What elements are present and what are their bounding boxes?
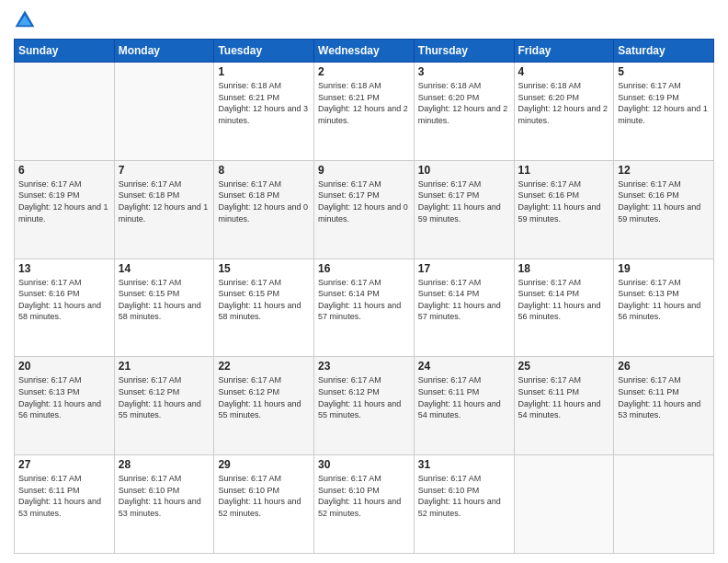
day-number: 11 — [518, 164, 610, 177]
day-info: Sunrise: 6:17 AM Sunset: 6:17 PM Dayligh… — [418, 178, 510, 224]
calendar-cell: 8Sunrise: 6:17 AM Sunset: 6:18 PM Daylig… — [214, 160, 314, 259]
calendar-cell: 29Sunrise: 6:17 AM Sunset: 6:10 PM Dayli… — [214, 455, 314, 554]
day-number: 25 — [518, 360, 610, 373]
calendar-cell: 20Sunrise: 6:17 AM Sunset: 6:13 PM Dayli… — [15, 357, 115, 455]
calendar-cell: 16Sunrise: 6:17 AM Sunset: 6:14 PM Dayli… — [314, 259, 415, 357]
day-info: Sunrise: 6:17 AM Sunset: 6:14 PM Dayligh… — [318, 277, 410, 323]
calendar-cell: 5Sunrise: 6:17 AM Sunset: 6:19 PM Daylig… — [614, 63, 714, 161]
day-info: Sunrise: 6:17 AM Sunset: 6:10 PM Dayligh… — [318, 473, 410, 519]
day-info: Sunrise: 6:17 AM Sunset: 6:19 PM Dayligh… — [18, 178, 110, 224]
day-number: 2 — [318, 65, 410, 78]
weekday-header-friday: Friday — [514, 40, 614, 63]
day-info: Sunrise: 6:17 AM Sunset: 6:15 PM Dayligh… — [218, 277, 310, 323]
day-number: 12 — [618, 164, 710, 177]
week-row-3: 13Sunrise: 6:17 AM Sunset: 6:16 PM Dayli… — [15, 259, 714, 357]
calendar-cell: 10Sunrise: 6:17 AM Sunset: 6:17 PM Dayli… — [414, 160, 514, 259]
calendar-cell: 17Sunrise: 6:17 AM Sunset: 6:14 PM Dayli… — [414, 259, 514, 357]
calendar-cell: 18Sunrise: 6:17 AM Sunset: 6:14 PM Dayli… — [514, 259, 614, 357]
week-row-2: 6Sunrise: 6:17 AM Sunset: 6:19 PM Daylig… — [15, 160, 714, 259]
day-info: Sunrise: 6:17 AM Sunset: 6:10 PM Dayligh… — [418, 473, 510, 519]
logo-icon — [14, 9, 36, 31]
day-info: Sunrise: 6:17 AM Sunset: 6:16 PM Dayligh… — [618, 178, 710, 224]
day-info: Sunrise: 6:17 AM Sunset: 6:10 PM Dayligh… — [218, 473, 310, 519]
calendar-cell: 21Sunrise: 6:17 AM Sunset: 6:12 PM Dayli… — [114, 357, 214, 455]
calendar-cell: 12Sunrise: 6:17 AM Sunset: 6:16 PM Dayli… — [614, 160, 714, 259]
week-row-4: 20Sunrise: 6:17 AM Sunset: 6:13 PM Dayli… — [15, 357, 714, 455]
day-number: 20 — [18, 360, 110, 373]
day-number: 1 — [218, 65, 310, 78]
day-info: Sunrise: 6:17 AM Sunset: 6:14 PM Dayligh… — [418, 277, 510, 323]
day-number: 19 — [618, 262, 710, 275]
weekday-header-wednesday: Wednesday — [314, 40, 415, 63]
weekday-header-saturday: Saturday — [614, 40, 714, 63]
page: SundayMondayTuesdayWednesdayThursdayFrid… — [0, 0, 728, 563]
calendar-cell — [614, 455, 714, 554]
week-row-5: 27Sunrise: 6:17 AM Sunset: 6:11 PM Dayli… — [15, 455, 714, 554]
calendar-cell: 24Sunrise: 6:17 AM Sunset: 6:11 PM Dayli… — [414, 357, 514, 455]
weekday-header-thursday: Thursday — [414, 40, 514, 63]
calendar-cell: 13Sunrise: 6:17 AM Sunset: 6:16 PM Dayli… — [15, 259, 115, 357]
day-number: 28 — [119, 458, 210, 471]
day-info: Sunrise: 6:17 AM Sunset: 6:10 PM Dayligh… — [119, 473, 210, 519]
calendar-cell: 30Sunrise: 6:17 AM Sunset: 6:10 PM Dayli… — [314, 455, 415, 554]
day-number: 17 — [418, 262, 510, 275]
calendar-cell: 31Sunrise: 6:17 AM Sunset: 6:10 PM Dayli… — [414, 455, 514, 554]
day-info: Sunrise: 6:17 AM Sunset: 6:11 PM Dayligh… — [518, 374, 610, 420]
day-info: Sunrise: 6:17 AM Sunset: 6:11 PM Dayligh… — [418, 374, 510, 420]
day-info: Sunrise: 6:17 AM Sunset: 6:11 PM Dayligh… — [18, 473, 110, 519]
calendar-cell: 23Sunrise: 6:17 AM Sunset: 6:12 PM Dayli… — [314, 357, 415, 455]
day-info: Sunrise: 6:17 AM Sunset: 6:16 PM Dayligh… — [18, 277, 110, 323]
day-number: 7 — [119, 164, 210, 177]
day-number: 6 — [18, 164, 110, 177]
calendar-cell: 4Sunrise: 6:18 AM Sunset: 6:20 PM Daylig… — [514, 63, 614, 161]
calendar-cell: 28Sunrise: 6:17 AM Sunset: 6:10 PM Dayli… — [114, 455, 214, 554]
day-number: 18 — [518, 262, 610, 275]
day-number: 23 — [318, 360, 410, 373]
calendar-cell: 15Sunrise: 6:17 AM Sunset: 6:15 PM Dayli… — [214, 259, 314, 357]
day-info: Sunrise: 6:18 AM Sunset: 6:21 PM Dayligh… — [218, 80, 310, 126]
calendar-cell: 25Sunrise: 6:17 AM Sunset: 6:11 PM Dayli… — [514, 357, 614, 455]
day-number: 16 — [318, 262, 410, 275]
day-info: Sunrise: 6:17 AM Sunset: 6:16 PM Dayligh… — [518, 178, 610, 224]
day-number: 22 — [218, 360, 310, 373]
day-info: Sunrise: 6:18 AM Sunset: 6:20 PM Dayligh… — [518, 80, 610, 126]
weekday-header-row: SundayMondayTuesdayWednesdayThursdayFrid… — [15, 40, 714, 63]
day-info: Sunrise: 6:17 AM Sunset: 6:17 PM Dayligh… — [318, 178, 410, 224]
weekday-header-tuesday: Tuesday — [214, 40, 314, 63]
day-info: Sunrise: 6:17 AM Sunset: 6:11 PM Dayligh… — [618, 374, 710, 420]
day-number: 8 — [218, 164, 310, 177]
calendar-cell — [15, 63, 115, 161]
calendar-cell: 27Sunrise: 6:17 AM Sunset: 6:11 PM Dayli… — [15, 455, 115, 554]
day-number: 15 — [218, 262, 310, 275]
day-number: 13 — [18, 262, 110, 275]
calendar-cell: 7Sunrise: 6:17 AM Sunset: 6:18 PM Daylig… — [114, 160, 214, 259]
calendar-cell: 9Sunrise: 6:17 AM Sunset: 6:17 PM Daylig… — [314, 160, 415, 259]
day-info: Sunrise: 6:18 AM Sunset: 6:21 PM Dayligh… — [318, 80, 410, 126]
week-row-1: 1Sunrise: 6:18 AM Sunset: 6:21 PM Daylig… — [15, 63, 714, 161]
day-number: 30 — [318, 458, 410, 471]
day-info: Sunrise: 6:17 AM Sunset: 6:12 PM Dayligh… — [218, 374, 310, 420]
day-number: 14 — [119, 262, 210, 275]
day-info: Sunrise: 6:18 AM Sunset: 6:20 PM Dayligh… — [418, 80, 510, 126]
calendar-cell: 19Sunrise: 6:17 AM Sunset: 6:13 PM Dayli… — [614, 259, 714, 357]
day-info: Sunrise: 6:17 AM Sunset: 6:19 PM Dayligh… — [618, 80, 710, 126]
day-info: Sunrise: 6:17 AM Sunset: 6:14 PM Dayligh… — [518, 277, 610, 323]
calendar-cell — [114, 63, 214, 161]
day-info: Sunrise: 6:17 AM Sunset: 6:18 PM Dayligh… — [119, 178, 210, 224]
day-number: 5 — [618, 65, 710, 78]
day-number: 26 — [618, 360, 710, 373]
calendar-cell: 6Sunrise: 6:17 AM Sunset: 6:19 PM Daylig… — [15, 160, 115, 259]
day-info: Sunrise: 6:17 AM Sunset: 6:13 PM Dayligh… — [618, 277, 710, 323]
day-info: Sunrise: 6:17 AM Sunset: 6:18 PM Dayligh… — [218, 178, 310, 224]
header — [14, 9, 714, 31]
calendar-cell: 14Sunrise: 6:17 AM Sunset: 6:15 PM Dayli… — [114, 259, 214, 357]
day-info: Sunrise: 6:17 AM Sunset: 6:15 PM Dayligh… — [119, 277, 210, 323]
day-number: 29 — [218, 458, 310, 471]
day-number: 10 — [418, 164, 510, 177]
calendar-cell — [514, 455, 614, 554]
calendar-cell: 11Sunrise: 6:17 AM Sunset: 6:16 PM Dayli… — [514, 160, 614, 259]
calendar-cell: 1Sunrise: 6:18 AM Sunset: 6:21 PM Daylig… — [214, 63, 314, 161]
day-info: Sunrise: 6:17 AM Sunset: 6:12 PM Dayligh… — [318, 374, 410, 420]
day-number: 9 — [318, 164, 410, 177]
weekday-header-monday: Monday — [114, 40, 214, 63]
